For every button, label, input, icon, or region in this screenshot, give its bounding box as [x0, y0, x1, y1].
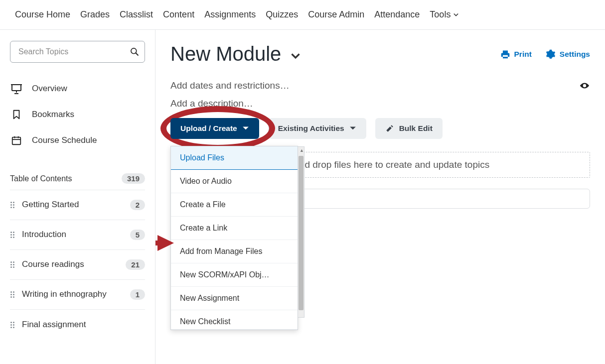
add-dates-restrictions[interactable]: Add dates and restrictions… — [170, 80, 290, 91]
chevron-down-icon — [349, 125, 356, 132]
bulk-edit-button[interactable]: Bulk Edit — [375, 118, 443, 139]
action-button-row: Upload / Create Existing Activities Bulk… — [170, 118, 590, 139]
dropdown-new-scorm-xapi[interactable]: New SCORM/xAPI Obj… — [171, 263, 298, 287]
sidebar-overview-label: Overview — [32, 84, 67, 94]
visibility-icon[interactable] — [579, 82, 590, 90]
search-topics[interactable] — [10, 41, 145, 63]
svg-line-1 — [136, 53, 139, 56]
toc-item-label: Final assignment — [22, 319, 145, 331]
search-icon — [130, 47, 140, 57]
dropdown-create-a-file[interactable]: Create a File — [171, 193, 298, 217]
existing-activities-button[interactable]: Existing Activities — [268, 118, 366, 139]
nav-quizzes[interactable]: Quizzes — [261, 9, 303, 20]
scrollbar-thumb[interactable] — [299, 156, 303, 310]
existing-activities-label: Existing Activities — [278, 124, 344, 133]
drag-handle-icon[interactable] — [10, 232, 15, 238]
module-title[interactable]: New Module — [170, 43, 281, 65]
toc-header[interactable]: Table of Contents 319 — [10, 167, 145, 190]
svg-rect-6 — [12, 137, 21, 145]
sidebar-course-schedule[interactable]: Course Schedule — [10, 127, 145, 153]
print-button[interactable]: Print — [500, 49, 532, 59]
nav-content[interactable]: Content — [158, 9, 199, 20]
svg-point-0 — [131, 48, 137, 54]
dropdown-upload-files[interactable]: Upload Files — [171, 146, 298, 170]
main-panel: New Module Print Settings Add dates and … — [155, 30, 605, 364]
nav-tools[interactable]: Tools — [425, 9, 463, 20]
nav-course-home[interactable]: Course Home — [10, 9, 75, 20]
dropdown-new-checklist[interactable]: New Checklist — [171, 310, 298, 330]
bookmark-icon — [10, 109, 23, 121]
toc-item-count: 2 — [130, 200, 145, 210]
nav-grades[interactable]: Grades — [75, 9, 115, 20]
toc-item-count: 5 — [130, 230, 145, 240]
drag-handle-icon[interactable] — [10, 261, 15, 268]
chevron-down-icon — [242, 125, 249, 132]
toc-item-introduction[interactable]: Introduction 5 — [10, 220, 145, 250]
toc-label: Table of Contents — [10, 174, 72, 183]
toc-item-count: 1 — [130, 289, 145, 300]
sidebar-bookmarks[interactable]: Bookmarks — [10, 102, 145, 127]
toc-item-writing-in-ethnography[interactable]: Writing in ethnography 1 — [10, 280, 145, 310]
settings-button[interactable]: Settings — [546, 49, 590, 59]
sidebar-course-schedule-label: Course Schedule — [32, 135, 97, 145]
drag-handle-icon[interactable] — [10, 202, 15, 208]
nav-tools-label: Tools — [430, 9, 451, 20]
toc-item-course-readings[interactable]: Course readings 21 — [10, 250, 145, 280]
sidebar-overview[interactable]: Overview — [10, 76, 145, 102]
nav-classlist[interactable]: Classlist — [115, 9, 158, 20]
toc-item-count: 21 — [126, 259, 145, 270]
toc-item-getting-started[interactable]: Getting Started 2 — [10, 190, 145, 220]
dropdown-video-or-audio[interactable]: Video or Audio — [171, 170, 298, 193]
toc-item-final-assignment[interactable]: Final assignment — [10, 310, 145, 340]
print-icon — [500, 49, 510, 59]
dropdown-create-a-link[interactable]: Create a Link — [171, 217, 298, 240]
dropdown-add-from-manage-files[interactable]: Add from Manage Files — [171, 240, 298, 263]
drag-handle-icon[interactable] — [10, 291, 15, 298]
dropdown-new-assignment[interactable]: New Assignment — [171, 287, 298, 310]
sidebar-bookmarks-label: Bookmarks — [32, 110, 74, 120]
toc-item-label: Course readings — [22, 259, 119, 270]
toc-item-label: Getting Started — [22, 199, 123, 211]
chevron-down-icon — [454, 12, 458, 17]
upload-create-label: Upload / Create — [180, 124, 237, 133]
bulk-edit-label: Bulk Edit — [399, 124, 433, 133]
gear-icon — [546, 49, 556, 59]
drag-handle-icon[interactable] — [10, 322, 15, 328]
toc-item-label: Writing in ethnography — [22, 289, 123, 300]
nav-attendance[interactable]: Attendance — [369, 9, 425, 20]
add-description[interactable]: Add a description… — [170, 98, 253, 109]
toc-item-label: Introduction — [22, 229, 123, 241]
bulk-edit-icon — [385, 124, 394, 133]
nav-course-admin[interactable]: Course Admin — [303, 9, 369, 20]
top-nav: Course Home Grades Classlist Content Ass… — [0, 0, 605, 30]
calendar-icon — [10, 134, 23, 146]
nav-assignments[interactable]: Assignments — [199, 9, 261, 20]
sidebar: Overview Bookmarks Course Schedule Table… — [0, 30, 155, 364]
search-input[interactable] — [17, 47, 130, 57]
print-label: Print — [514, 50, 532, 59]
upload-create-dropdown: Upload Files Video or Audio Create a Fil… — [170, 146, 298, 330]
settings-label: Settings — [560, 50, 590, 59]
toc-count-badge: 319 — [122, 173, 145, 184]
chevron-down-icon[interactable] — [291, 52, 300, 61]
svg-rect-2 — [12, 85, 21, 91]
presentation-icon — [10, 83, 23, 95]
upload-create-button[interactable]: Upload / Create — [170, 118, 259, 139]
dropdown-scrollbar[interactable]: ▲ — [298, 146, 304, 318]
